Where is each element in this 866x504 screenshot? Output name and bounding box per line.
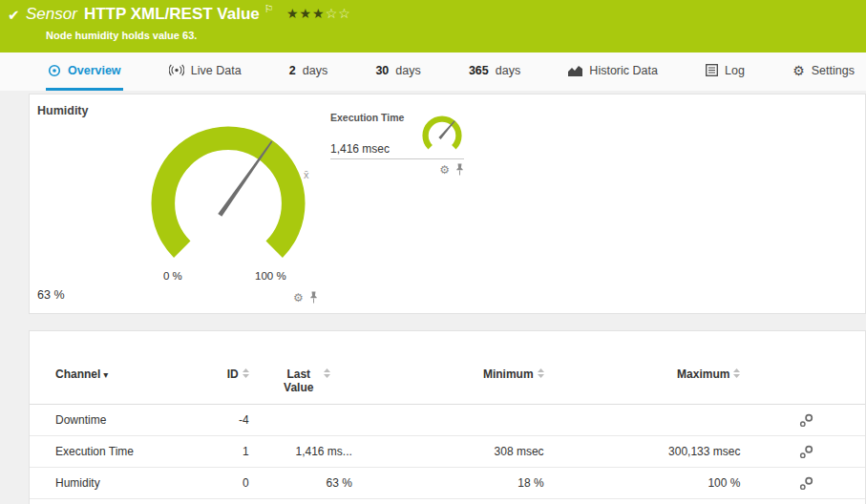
- channel-minimum: 18 %: [359, 468, 551, 499]
- column-label: Channel: [55, 368, 100, 381]
- status-ok-check-icon: ✔: [8, 7, 20, 24]
- channel-id: 1: [211, 436, 255, 468]
- overview-gauge-icon: [48, 64, 61, 77]
- gauge-settings-gear-icon[interactable]: ⚙: [293, 292, 304, 304]
- tab-label: Log: [725, 64, 745, 77]
- channel-last-value: [256, 405, 359, 436]
- humidity-gauge-svg: [142, 117, 314, 289]
- column-header-minimum[interactable]: Minimum: [359, 360, 551, 405]
- channel-settings-icon[interactable]: [799, 413, 813, 428]
- humidity-gauge-title: Humidity: [37, 104, 88, 117]
- sensor-type-label: Sensor: [26, 5, 77, 23]
- tab-label-number: 30: [375, 64, 389, 77]
- tab-365-days[interactable]: 365 days: [467, 52, 522, 91]
- column-label: Minimum: [483, 368, 534, 381]
- column-label: Last Value: [278, 368, 320, 394]
- humidity-gauge: 0 % 100 %: [142, 117, 314, 289]
- gauge-pin-icon[interactable]: [309, 291, 318, 304]
- channel-maximum: [551, 405, 748, 436]
- tab-log[interactable]: Log: [704, 52, 747, 91]
- table-row: Downtime -4: [30, 405, 865, 436]
- execution-time-gauge: [420, 114, 464, 161]
- execution-time-value: 1,416 msec: [330, 142, 390, 156]
- channel-id: 0: [211, 468, 255, 499]
- column-header-id[interactable]: ID: [211, 360, 255, 405]
- tab-label-number: 2: [289, 64, 296, 77]
- tab-historic-data[interactable]: Historic Data: [566, 52, 660, 91]
- table-row: Execution Time 1 1,416 ms... 308 msec 30…: [30, 436, 865, 468]
- column-header-settings: [747, 360, 865, 405]
- channel-settings-icon[interactable]: [799, 476, 813, 491]
- content-area: Humidity 0 % 100 % x̄ 63 % ⚙ Execution T…: [0, 91, 866, 504]
- channel-id: -4: [211, 405, 255, 436]
- column-label: ID: [227, 368, 239, 381]
- average-toggle-icon[interactable]: x̄: [304, 169, 309, 180]
- gauge-min-label: 0 %: [163, 270, 182, 282]
- flag-icon[interactable]: ⚐: [264, 3, 274, 14]
- tab-label-number: 365: [469, 64, 489, 77]
- execution-time-controls: ⚙: [439, 163, 464, 176]
- column-label: Maximum: [677, 368, 729, 381]
- column-header-channel[interactable]: Channel▾: [30, 360, 211, 405]
- channel-name: Humidity: [30, 468, 211, 499]
- tab-label: days: [303, 64, 327, 77]
- sensor-name: HTTP XML/REST Value: [84, 5, 260, 23]
- channel-name: Downtime: [30, 405, 211, 436]
- log-document-icon: [706, 64, 718, 76]
- table-row: Humidity 0 63 % 18 % 100 %: [30, 468, 865, 499]
- channel-minimum: 308 msec: [359, 436, 551, 468]
- sensor-status-message: Node humidity holds value 63.: [46, 30, 197, 41]
- channel-minimum: [359, 405, 551, 436]
- humidity-current-value: 63 %: [37, 288, 65, 302]
- channel-dropdown-icon[interactable]: ▾: [103, 369, 108, 380]
- tab-label: Settings: [812, 64, 855, 77]
- tab-label: days: [496, 64, 520, 77]
- execution-time-mini-panel: Execution Time 1,416 msec ⚙: [330, 112, 464, 159]
- tab-label: Overview: [68, 64, 121, 77]
- live-data-broadcast-icon: [169, 64, 184, 76]
- execution-time-title: Execution Time: [330, 112, 404, 123]
- channel-maximum: 100 %: [551, 468, 748, 499]
- tab-label: Historic Data: [589, 64, 658, 77]
- tab-30-days[interactable]: 30 days: [373, 52, 422, 91]
- channels-panel: Channel▾ ID Last Value Minimum Maximum: [29, 330, 866, 504]
- channels-table: Channel▾ ID Last Value Minimum Maximum: [30, 360, 865, 499]
- sort-id-icon[interactable]: [243, 368, 249, 381]
- humidity-gauge-controls: ⚙: [293, 291, 318, 304]
- channel-last-value: 63 %: [256, 468, 359, 499]
- tab-settings[interactable]: ⚙ Settings: [791, 52, 856, 91]
- column-header-last-value[interactable]: Last Value: [256, 360, 359, 405]
- gauge-max-label: 100 %: [255, 270, 286, 282]
- tab-label: Live Data: [191, 64, 242, 77]
- settings-gear-icon: ⚙: [792, 64, 805, 77]
- stars-filled[interactable]: ★★★: [286, 6, 326, 21]
- column-header-maximum[interactable]: Maximum: [551, 360, 748, 405]
- sensor-title-row: SensorHTTP XML/REST Value⚐: [26, 5, 274, 24]
- channel-last-value: 1,416 ms...: [256, 436, 359, 468]
- channel-maximum: 300,133 msec: [551, 436, 748, 468]
- tab-label: days: [395, 64, 420, 77]
- stars-empty[interactable]: ☆☆: [326, 6, 351, 21]
- tab-live-data[interactable]: Live Data: [167, 52, 243, 91]
- sort-maximum-icon[interactable]: [733, 368, 740, 381]
- tab-bar: Overview Live Data 2 days 30 days 365 da…: [0, 52, 866, 91]
- sort-minimum-icon[interactable]: [538, 368, 544, 381]
- tab-overview[interactable]: Overview: [46, 52, 123, 91]
- tab-2-days[interactable]: 2 days: [287, 52, 329, 91]
- table-header-row: Channel▾ ID Last Value Minimum Maximum: [30, 360, 865, 405]
- sensor-header: ✔ SensorHTTP XML/REST Value⚐ ★★★☆☆ Node …: [0, 0, 866, 52]
- channel-name: Execution Time: [30, 436, 211, 468]
- mini-gauge-settings-gear-icon[interactable]: ⚙: [439, 164, 450, 176]
- sort-last-value-icon[interactable]: [324, 368, 330, 381]
- historic-data-chart-icon: [568, 65, 582, 76]
- priority-rating[interactable]: ★★★☆☆: [286, 6, 351, 21]
- mini-gauge-pin-icon[interactable]: [455, 163, 464, 176]
- channel-settings-icon[interactable]: [799, 445, 813, 459]
- gauges-panel: Humidity 0 % 100 % x̄ 63 % ⚙ Execution T…: [29, 94, 866, 314]
